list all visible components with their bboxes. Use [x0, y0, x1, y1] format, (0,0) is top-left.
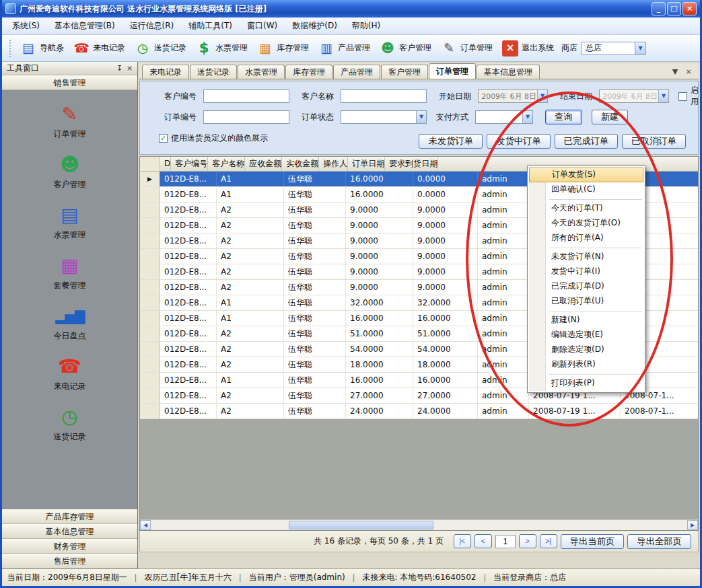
chevron-down-icon[interactable]: ▼	[537, 90, 547, 102]
tab[interactable]: 客户管理	[381, 65, 428, 79]
toolbar-button[interactable]: ◷ 送货记录	[130, 38, 191, 59]
row-selector-cell[interactable]	[140, 326, 160, 341]
sidebar-item[interactable]: ▂▅▇ 今日盘点	[54, 305, 86, 342]
chevron-down-icon[interactable]: ▼	[635, 42, 645, 54]
menu-item[interactable]: 辅助工具(T)	[181, 17, 240, 34]
customer-name-input[interactable]	[341, 89, 427, 103]
sidebar-item[interactable]: ▤ 水票管理	[54, 205, 86, 241]
row-selector-cell[interactable]	[140, 233, 160, 248]
next-page-button[interactable]: >	[519, 534, 536, 548]
context-menu-item[interactable]: 所有的订单(A)	[529, 231, 643, 246]
context-menu-item[interactable]: 已完成订单(D)	[529, 279, 643, 294]
context-menu-item[interactable]: 今天的发货订单(O)	[529, 216, 643, 231]
menu-item[interactable]: 基本信息管理(B)	[47, 17, 122, 34]
sidebar-group-button[interactable]: 财务管理	[2, 539, 137, 554]
row-selector-cell[interactable]	[140, 357, 160, 372]
sidebar-item[interactable]: ☻ 客户管理	[54, 154, 86, 190]
row-selector-cell[interactable]	[140, 187, 160, 202]
toolbar-grip[interactable]	[9, 40, 12, 57]
column-header[interactable]: 要求到货日期	[385, 157, 438, 171]
toolbar-button[interactable]: $ 水票管理	[191, 38, 252, 59]
menu-item[interactable]: 窗口(W)	[240, 17, 285, 34]
scrollbar-thumb[interactable]	[289, 521, 433, 529]
toolbar-button[interactable]: ▥ 产品管理	[314, 38, 375, 59]
scroll-left-icon[interactable]: ◀	[140, 520, 151, 530]
context-menu-item[interactable]: 删除选定项(D)	[529, 342, 643, 357]
last-page-button[interactable]: >|	[540, 534, 557, 548]
close-icon[interactable]: ×	[125, 64, 135, 73]
toolbar-button[interactable]: ☎ 来电记录	[69, 38, 130, 59]
prev-page-button[interactable]: <	[475, 534, 492, 548]
horizontal-scrollbar[interactable]: ◀ ▶	[140, 519, 698, 530]
sidebar-group-button[interactable]: 产品库存管理	[2, 509, 137, 524]
toolbar-button[interactable]: ✎ 订单管理	[436, 38, 497, 59]
menu-item[interactable]: 数据维护(D)	[285, 17, 345, 34]
context-menu-item[interactable]: 打印列表(P)	[529, 376, 643, 391]
pay-method-select[interactable]: ▼	[475, 110, 533, 124]
menu-item[interactable]: 帮助(H)	[345, 17, 388, 34]
toolbar-button[interactable]: × 退出系统	[497, 38, 559, 59]
menu-item[interactable]: 运行信息(R)	[122, 17, 182, 34]
row-selector-cell[interactable]	[140, 404, 160, 418]
menu-item[interactable]: 系统(S)	[5, 17, 47, 34]
context-menu-item[interactable]: 新建(N)	[529, 313, 643, 328]
enable-end-date-checkbox[interactable]	[678, 92, 687, 101]
tab[interactable]: 来电记录	[142, 65, 189, 79]
toolbar-button[interactable]: ▤ 导航条	[15, 38, 69, 59]
table-row[interactable]: 012D-E8... A2 伍华聪 24.0000 24.0000 admin …	[140, 404, 698, 419]
close-button[interactable]: ×	[682, 2, 697, 15]
context-menu-item[interactable]: 今天的订单(T)	[529, 201, 643, 216]
row-selector-cell[interactable]	[140, 203, 160, 217]
context-menu-item[interactable]: 订单发货(S)	[529, 168, 643, 182]
column-header[interactable]: D	[160, 157, 171, 171]
column-header[interactable]: 客户编号	[171, 157, 208, 171]
first-page-button[interactable]: |<	[454, 534, 471, 548]
column-header[interactable]: 实收金额	[282, 157, 319, 171]
start-date-picker[interactable]: 2009年 6月 8日 ▼	[478, 89, 548, 103]
scrollbar-track[interactable]	[151, 520, 687, 530]
page-number-input[interactable]	[495, 535, 516, 548]
tab[interactable]: 产品管理	[333, 65, 380, 79]
context-menu-item[interactable]: 编辑选定项(E)	[529, 328, 643, 342]
row-selector-cell[interactable]	[140, 342, 160, 357]
context-menu-item[interactable]: 未发货订单(N)	[529, 250, 643, 264]
maximize-button[interactable]: □	[667, 2, 681, 15]
color-display-checkbox[interactable]: ✓	[159, 134, 168, 143]
end-date-picker[interactable]: 2009年 6月 8日 ▼	[599, 89, 669, 103]
row-selector-cell[interactable]	[140, 280, 160, 295]
row-selector-cell[interactable]	[140, 295, 160, 310]
column-header[interactable]: 操作人	[319, 157, 348, 171]
export-current-page-button[interactable]: 导出当前页	[561, 534, 625, 549]
pin-icon[interactable]: ↧	[114, 64, 125, 73]
toolbar-button[interactable]: ☻ 客户管理	[375, 38, 436, 59]
order-status-filter-button[interactable]: 未发货订单	[419, 134, 483, 149]
order-no-input[interactable]	[203, 110, 289, 124]
tab[interactable]: 库存管理	[285, 65, 332, 79]
column-header[interactable]: 客户名称	[208, 157, 245, 171]
row-selector-cell[interactable]	[140, 311, 160, 326]
minimize-button[interactable]: _	[652, 2, 666, 15]
sidebar-group-button[interactable]: 售后管理	[2, 554, 137, 568]
sidebar-item[interactable]: ▦ 套餐管理	[54, 255, 86, 291]
sidebar-group-sales[interactable]: 销售管理	[2, 75, 137, 90]
context-menu-item[interactable]: 发货中订单(I)	[529, 264, 643, 279]
tab[interactable]: 基本信息管理	[477, 65, 540, 79]
store-combobox[interactable]: 总店 ▼	[582, 42, 646, 55]
close-icon[interactable]: ×	[684, 67, 693, 76]
tab[interactable]: 订单管理	[429, 63, 476, 79]
column-header[interactable]: 订单日期	[348, 157, 385, 171]
chevron-down-icon[interactable]: ▼	[658, 90, 668, 102]
row-selector-cell[interactable]	[140, 264, 160, 279]
row-selector-cell[interactable]	[140, 249, 160, 264]
scroll-right-icon[interactable]: ▶	[687, 520, 698, 530]
row-selector-cell[interactable]	[140, 172, 160, 186]
order-status-select[interactable]: ▼	[341, 110, 427, 124]
column-header[interactable]: 应收金额	[245, 157, 282, 171]
export-all-pages-button[interactable]: 导出全部页	[627, 534, 691, 549]
sidebar-item[interactable]: ◷ 送货记录	[54, 406, 86, 443]
order-status-filter-button[interactable]: 已完成订单	[555, 134, 619, 149]
order-status-filter-button[interactable]: 已取消订单	[622, 134, 686, 149]
chevron-down-icon[interactable]: ▼	[522, 111, 532, 123]
sidebar-group-button[interactable]: 基本信息管理	[2, 524, 137, 539]
tab[interactable]: 水票管理	[238, 65, 285, 79]
